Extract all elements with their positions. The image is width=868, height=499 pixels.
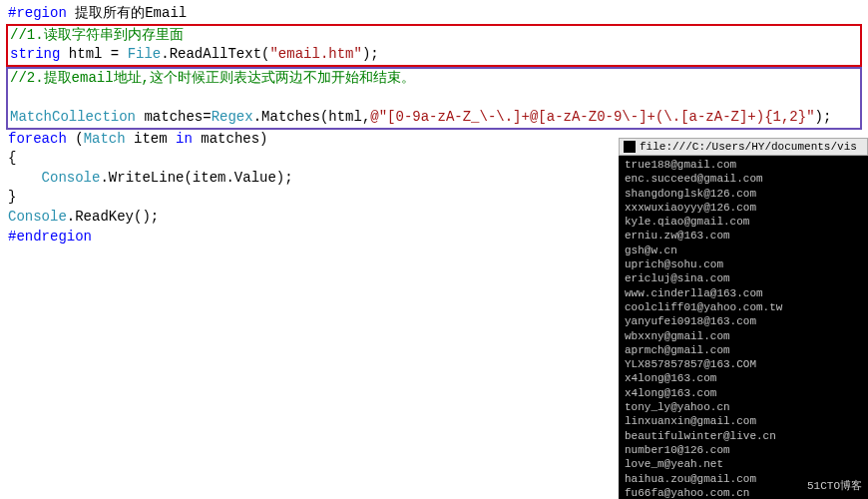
region-label: 提取所有的Email xyxy=(67,5,187,21)
console-output: true188@gmail.comenc.succeed@gmail.comsh… xyxy=(619,156,868,499)
console-line: x4long@163.com xyxy=(625,371,862,385)
code-comment: //1.读取字符串到内存里面 xyxy=(10,26,858,46)
console-title-text: file:///C:/Users/HY/documents/vis xyxy=(640,141,857,153)
console-line: tony_ly@yahoo.cn xyxy=(625,400,862,414)
watermark: 51CTO博客 xyxy=(807,478,862,493)
console-window: file:///C:/Users/HY/documents/vis true18… xyxy=(619,138,868,499)
console-line: YLX857857857@163.COM xyxy=(625,357,862,371)
code-line: #region 提取所有的Email xyxy=(8,4,860,24)
code-line: MatchCollection matches=Regex.Matches(ht… xyxy=(10,108,858,128)
console-line: coolcliff01@yahoo.com.tw xyxy=(625,300,862,314)
console-line: true188@gmail.com xyxy=(625,158,862,172)
console-line: linxuanxin@gmail.com xyxy=(625,414,862,428)
console-line: enc.succeed@gmail.com xyxy=(625,172,862,186)
console-line: gsh@w.cn xyxy=(625,244,862,257)
console-line: yanyufei0918@163.com xyxy=(625,314,862,328)
code-line: string html = File.ReadAllText("email.ht… xyxy=(10,45,858,65)
console-line: www.cinderlla@163.com xyxy=(625,286,862,300)
console-line: erniu.zw@163.com xyxy=(625,229,862,243)
console-line: kyle.qiao@gmail.com xyxy=(625,215,862,229)
region-keyword: #region xyxy=(8,5,67,21)
highlight-box-red: //1.读取字符串到内存里面 string html = File.ReadAl… xyxy=(6,24,862,67)
code-comment: //2.提取email地址,这个时候正则表达式两边不加开始和结束。 xyxy=(10,69,858,89)
console-line: uprich@sohu.com xyxy=(625,257,862,271)
highlight-box-purple: //2.提取email地址,这个时候正则表达式两边不加开始和结束。 MatchC… xyxy=(6,67,862,130)
console-line: wbxxny@gmail.com xyxy=(625,329,862,343)
console-line: aprmch@gmail.com xyxy=(625,343,862,357)
console-line: shangdonglsk@126.com xyxy=(625,187,862,201)
console-line: ericluj@sina.com xyxy=(625,271,862,285)
console-line: x4long@163.com xyxy=(625,386,862,400)
console-line: love_m@yeah.net xyxy=(625,457,862,471)
console-line: xxxwuxiaoyyy@126.com xyxy=(625,201,862,215)
console-line: number10@126.com xyxy=(625,443,862,457)
console-titlebar[interactable]: file:///C:/Users/HY/documents/vis xyxy=(619,138,868,156)
console-icon xyxy=(624,141,636,153)
console-line: beautifulwinter@live.cn xyxy=(625,429,862,443)
